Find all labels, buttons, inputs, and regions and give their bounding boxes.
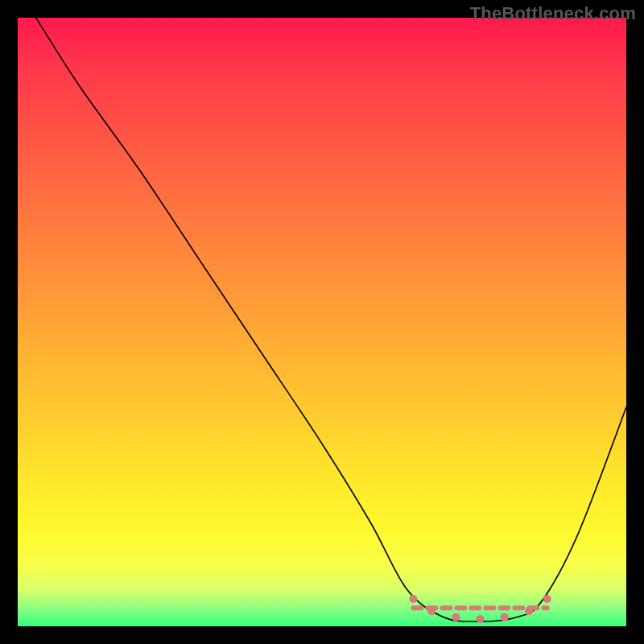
bottleneck-curve xyxy=(36,18,626,621)
svg-point-5 xyxy=(501,613,509,621)
svg-point-6 xyxy=(525,607,533,615)
bottleneck-curve-plot xyxy=(18,18,626,626)
svg-point-1 xyxy=(409,595,417,603)
optimal-range-markers xyxy=(409,595,551,623)
svg-point-2 xyxy=(427,607,436,615)
watermark-text: TheBottleneck.com xyxy=(470,3,636,24)
svg-point-4 xyxy=(477,615,485,623)
svg-point-7 xyxy=(543,595,551,603)
chart-gradient-area xyxy=(18,18,626,626)
svg-point-3 xyxy=(452,613,460,621)
